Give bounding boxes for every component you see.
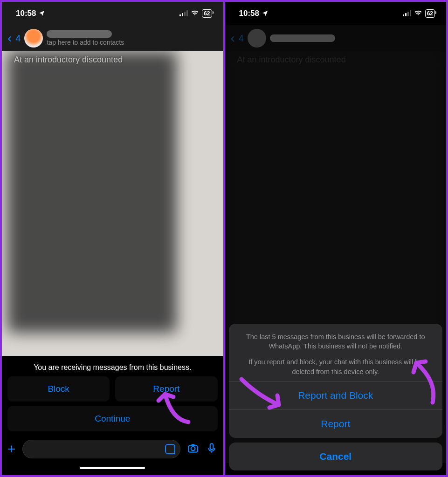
- report-button[interactable]: Report: [115, 376, 217, 402]
- contact-avatar: [248, 29, 266, 48]
- block-button[interactable]: Block: [7, 376, 110, 402]
- contact-name-redacted: [47, 30, 112, 38]
- status-bar: 10:58 62: [225, 2, 447, 25]
- back-chevron-icon: ‹: [229, 31, 237, 46]
- svg-rect-2: [210, 443, 213, 450]
- back-chevron-icon[interactable]: ‹: [6, 31, 14, 46]
- location-icon: [39, 10, 45, 18]
- home-indicator[interactable]: [2, 463, 223, 475]
- cellular-signal-icon: [403, 11, 411, 16]
- svg-point-1: [191, 447, 195, 451]
- cancel-button[interactable]: Cancel: [229, 443, 443, 470]
- location-icon: [262, 10, 269, 18]
- contact-subtitle: tap here to add to contacts: [47, 39, 219, 46]
- business-prompt-panel: You are receiving messages from this bus…: [2, 356, 223, 435]
- battery-indicator: 62: [202, 9, 212, 18]
- chat-body[interactable]: At an introductory discounted: [2, 51, 223, 356]
- back-unread-count[interactable]: 4: [15, 33, 21, 44]
- attach-plus-icon[interactable]: +: [7, 441, 16, 457]
- contact-title-area[interactable]: tap here to add to contacts: [47, 30, 219, 46]
- chat-nav-bar: ‹ 4: [225, 25, 447, 51]
- chat-nav-bar: ‹ 4 tap here to add to contacts: [2, 25, 223, 51]
- microphone-icon[interactable]: [206, 442, 218, 456]
- back-unread-count: 4: [239, 33, 244, 44]
- contact-title-area: [270, 34, 442, 42]
- wifi-icon: [191, 9, 199, 18]
- sticker-icon[interactable]: [165, 444, 175, 454]
- action-sheet-main: The last 5 messages from this business w…: [229, 324, 443, 438]
- cellular-signal-icon: [179, 11, 188, 16]
- action-sheet-description: The last 5 messages from this business w…: [229, 324, 443, 381]
- continue-button[interactable]: Continue: [7, 406, 218, 431]
- message-preview-text: At an introductory discounted: [14, 55, 123, 65]
- phone-screenshot-right: 10:58 62 ‹ 4 At an introductory disc: [224, 0, 448, 477]
- camera-icon[interactable]: [187, 442, 199, 456]
- message-text-input[interactable]: [22, 440, 180, 458]
- message-preview-text: At an introductory discounted: [237, 55, 346, 65]
- status-time: 10:58: [16, 9, 36, 18]
- contact-name-redacted: [270, 34, 335, 42]
- status-bar: 10:58 62: [2, 2, 223, 25]
- status-time: 10:58: [239, 9, 259, 18]
- phone-screenshot-left: 10:58 62 ‹ 4 tap here to add to contacts: [0, 0, 224, 477]
- business-prompt-text: You are receiving messages from this bus…: [7, 363, 218, 372]
- message-input-bar: +: [2, 435, 223, 463]
- report-action-sheet: The last 5 messages from this business w…: [229, 324, 443, 470]
- contact-avatar[interactable]: [24, 29, 43, 48]
- report-button[interactable]: Report: [229, 409, 443, 438]
- message-bubbles-blurred: [7, 51, 177, 333]
- report-and-block-button[interactable]: Report and Block: [229, 381, 443, 409]
- wifi-icon: [414, 9, 422, 18]
- battery-indicator: 62: [425, 9, 435, 18]
